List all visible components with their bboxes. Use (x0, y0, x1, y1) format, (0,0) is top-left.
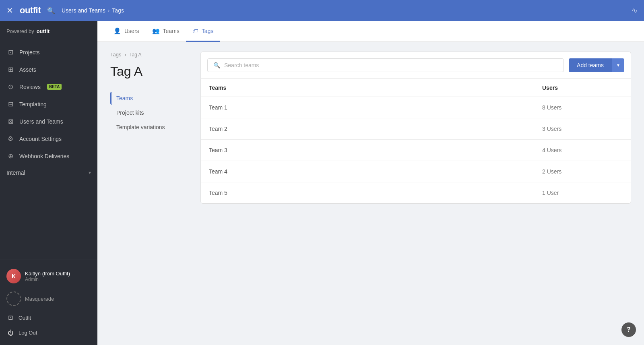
masquerade-avatar (6, 291, 21, 306)
table-row[interactable]: Team 4 2 Users (201, 161, 631, 182)
sidebar-item-label: Projects (19, 49, 40, 56)
sidebar-item-templating[interactable]: ⊟ Templating (0, 95, 97, 113)
tab-label: Users (124, 28, 139, 34)
logout-icon: ⏻ (6, 329, 14, 336)
teams-tab-icon: 👥 (152, 27, 160, 35)
sidebar-item-label: Reviews (19, 84, 41, 90)
tab-bar: 👤 Users 👥 Teams 🏷 Tags (97, 21, 644, 42)
avatar: K (6, 269, 21, 283)
sidebar-bottom: K Kaitlyn (from Outfit) Admin Masquerade… (0, 260, 97, 345)
sidebar-action-outfit[interactable]: ⊡ Outfit (0, 310, 97, 325)
side-nav-teams[interactable]: Teams (110, 92, 191, 105)
tab-tags[interactable]: 🏷 Tags (186, 21, 220, 42)
sidebar-brand: outfit (37, 28, 50, 34)
outfit-action-icon: ⊡ (6, 314, 14, 321)
tab-users[interactable]: 👤 Users (107, 21, 146, 42)
sidebar-item-webhook[interactable]: ⊕ Webhook Deliveries (0, 147, 97, 165)
assets-icon: ⊞ (6, 66, 14, 73)
chevron-down-icon: ▾ (89, 170, 91, 176)
team-users-count: 2 Users (542, 168, 623, 175)
reviews-icon: ⊙ (6, 83, 14, 91)
left-panel: Tags › Tag A Tag A Teams Project kits Te… (110, 52, 191, 335)
powered-by: Powered by outfit (0, 21, 97, 40)
team-name: Team 5 (209, 190, 542, 196)
add-teams-dropdown-button[interactable]: ▾ (612, 58, 624, 72)
users-teams-icon: ⊠ (6, 118, 14, 125)
team-users-count: 8 Users (542, 104, 623, 111)
user-info: Kaitlyn (from Outfit) Admin (25, 271, 70, 282)
sidebar-item-label: Webhook Deliveries (19, 153, 69, 159)
breadcrumb: Users and Teams › Tags (62, 7, 124, 14)
outfit-logo: outfit (20, 5, 41, 16)
templating-icon: ⊟ (6, 100, 14, 108)
user-role: Admin (25, 277, 70, 282)
sidebar-item-reviews[interactable]: ⊙ Reviews BETA (0, 78, 97, 95)
main-layout: Powered by outfit ⊡ Projects ⊞ Assets ⊙ … (0, 21, 644, 345)
sidebar-item-assets[interactable]: ⊞ Assets (0, 61, 97, 78)
sidebar-user[interactable]: K Kaitlyn (from Outfit) Admin (0, 265, 97, 287)
masquerade-item[interactable]: Masquerade (0, 287, 97, 310)
sidebar-item-label: Templating (19, 101, 47, 107)
sidebar-nav: ⊡ Projects ⊞ Assets ⊙ Reviews BETA ⊟ Tem… (0, 40, 97, 260)
outfit-action-label: Outfit (19, 315, 31, 321)
help-button[interactable]: ? (621, 322, 636, 337)
top-header: ✕ outfit 🔍 Users and Teams › Tags ∿ (0, 0, 644, 21)
sidebar-item-label: Account Settings (19, 136, 62, 142)
table-row[interactable]: Team 2 3 Users (201, 118, 631, 140)
side-nav: Teams Project kits Template variations (110, 92, 191, 134)
side-nav-project-kits[interactable]: Project kits (110, 106, 191, 119)
stats-icon[interactable]: ∿ (632, 6, 638, 15)
breadcrumb-page-sep: › (124, 52, 126, 58)
sidebar-item-label: Assets (19, 66, 36, 73)
header-left: ✕ outfit 🔍 Users and Teams › Tags (6, 5, 625, 16)
side-nav-template-variations[interactable]: Template variations (110, 121, 191, 134)
sidebar-item-internal[interactable]: Internal ▾ (0, 165, 97, 181)
breadcrumb-separator: › (108, 7, 110, 14)
sidebar-item-label: Users and Teams (19, 118, 63, 125)
masquerade-label: Masquerade (25, 296, 54, 302)
logout-label: Log Out (19, 330, 37, 336)
breadcrumb-page-link[interactable]: Tags (110, 52, 121, 58)
table-header: Teams Users (201, 79, 631, 97)
table-row[interactable]: Team 5 1 User (201, 182, 631, 203)
tab-label: Tags (202, 28, 214, 34)
page-title: Tag A (110, 64, 191, 79)
sidebar: Powered by outfit ⊡ Projects ⊞ Assets ⊙ … (0, 21, 97, 345)
projects-icon: ⊡ (6, 48, 14, 56)
action-bar: 🔍 Add teams ▾ (200, 52, 631, 79)
tab-label: Teams (163, 28, 180, 34)
page-content: Tags › Tag A Tag A Teams Project kits Te… (97, 42, 644, 345)
internal-label: Internal (6, 169, 25, 176)
teams-table: Teams Users Team 1 8 Users Team 2 3 User… (200, 79, 631, 204)
team-users-count: 3 Users (542, 126, 623, 132)
table-row[interactable]: Team 3 4 Users (201, 140, 631, 161)
table-row[interactable]: Team 1 8 Users (201, 97, 631, 118)
column-header-teams: Teams (209, 85, 542, 91)
breadcrumb-page-current: Tag A (129, 52, 141, 58)
sidebar-item-users-teams[interactable]: ⊠ Users and Teams (0, 113, 97, 130)
sidebar-item-projects[interactable]: ⊡ Projects (0, 43, 97, 61)
search-icon: 🔍 (213, 62, 220, 68)
team-name: Team 4 (209, 168, 542, 175)
users-tab-icon: 👤 (114, 27, 121, 35)
column-header-users: Users (542, 85, 623, 91)
sidebar-item-account-settings[interactable]: ⚙ Account Settings (0, 130, 97, 147)
add-teams-button-group: Add teams ▾ (569, 58, 624, 72)
username: Kaitlyn (from Outfit) (25, 271, 70, 277)
beta-badge: BETA (47, 84, 62, 90)
add-teams-button[interactable]: Add teams (569, 58, 612, 72)
webhook-icon: ⊕ (6, 152, 14, 160)
right-panel: 🔍 Add teams ▾ Teams Users Team 1 (200, 52, 631, 335)
search-input[interactable] (224, 62, 558, 68)
search-box: 🔍 (207, 58, 564, 72)
search-icon[interactable]: 🔍 (47, 7, 55, 14)
close-button[interactable]: ✕ (6, 6, 13, 15)
sidebar-action-logout[interactable]: ⏻ Log Out (0, 325, 97, 340)
team-name: Team 1 (209, 104, 542, 111)
team-name: Team 2 (209, 126, 542, 132)
tab-teams[interactable]: 👥 Teams (146, 21, 186, 42)
page-breadcrumb: Tags › Tag A (110, 52, 191, 58)
breadcrumb-link[interactable]: Users and Teams (62, 7, 105, 14)
team-users-count: 4 Users (542, 147, 623, 153)
content-area: 👤 Users 👥 Teams 🏷 Tags Tags › Tag A (97, 21, 644, 345)
